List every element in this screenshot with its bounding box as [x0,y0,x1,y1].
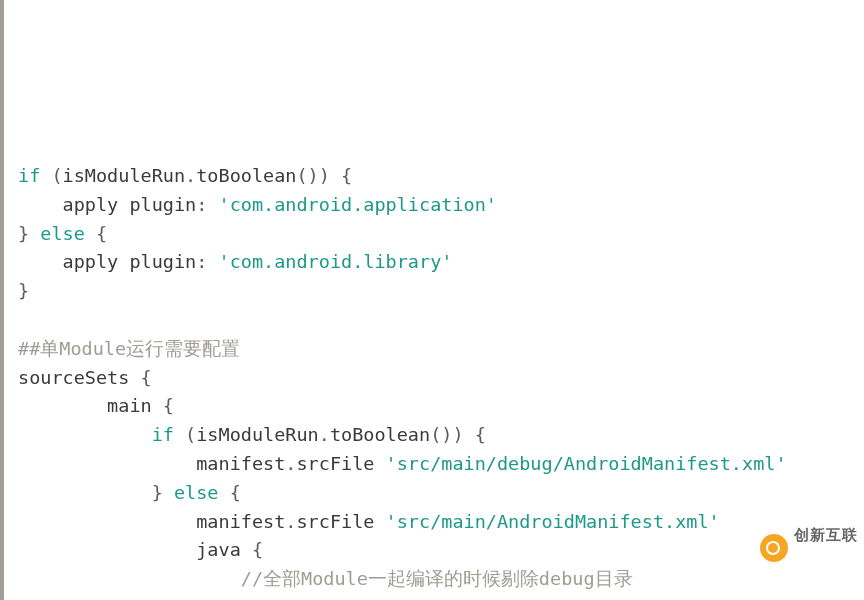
line-11: } else { [18,482,241,503]
brace-open: { [163,395,174,416]
dot: . [285,511,296,532]
identifier: apply [63,194,119,215]
indent [18,424,152,445]
brace-open: { [141,367,152,388]
line-9: if (isModuleRun.toBoolean()) { [18,424,486,445]
space [29,223,40,244]
paren-open: ( [40,165,62,186]
brace-open: ) { [319,165,352,186]
line-12: manifest.srcFile 'src/main/AndroidManife… [18,511,720,532]
brace-open: { [252,539,263,560]
line-8: main { [18,395,174,416]
line-7: sourceSets { [18,367,152,388]
comment: ##单Module运行需要配置 [18,338,240,359]
watermark-logo-icon [760,534,788,562]
identifier: srcFile [296,453,374,474]
identifier: main [107,395,152,416]
identifier: srcFile [296,511,374,532]
brace-open: { [219,482,241,503]
string-literal: 'com.android.application' [219,194,497,215]
watermark: 创新互联 [760,500,858,596]
identifier: isModuleRun [196,424,319,445]
paren-open: ( [174,424,196,445]
identifier: plugin [129,251,196,272]
line-3: } else { [18,223,107,244]
identifier: manifest [196,511,285,532]
keyword-if: if [18,165,40,186]
method-call: toBoolean [330,424,430,445]
space [374,453,385,474]
indent [18,194,63,215]
code-block: if (isModuleRun.toBoolean()) { apply plu… [18,162,846,600]
indent [18,539,196,560]
identifier: apply [63,251,119,272]
colon: : [196,251,218,272]
method-call: toBoolean [196,165,296,186]
brace-open: ) { [452,424,485,445]
line-6: ##单Module运行需要配置 [18,338,240,359]
space [118,194,129,215]
line-5: } [18,280,29,301]
indent [18,251,63,272]
indent [18,568,241,589]
colon: : [196,194,218,215]
identifier: java [196,539,241,560]
identifier: plugin [129,194,196,215]
brace-close: } [18,223,29,244]
space [241,539,252,560]
watermark-title: 创新互联 [794,527,858,544]
indent [18,511,196,532]
brace-close: } [152,482,163,503]
keyword-else: else [40,223,85,244]
dot: . [185,165,196,186]
space [374,511,385,532]
space [152,395,163,416]
indent [18,453,196,474]
string-literal: 'src/main/AndroidManifest.xml' [386,511,720,532]
line-1: if (isModuleRun.toBoolean()) { [18,165,352,186]
identifier: isModuleRun [63,165,186,186]
space [118,251,129,272]
dot: . [285,453,296,474]
indent [18,395,107,416]
keyword-else: else [174,482,219,503]
space [129,367,140,388]
watermark-text: 创新互联 [794,500,858,596]
parens: () [296,165,318,186]
line-13: java { [18,539,263,560]
parens: () [430,424,452,445]
identifier: sourceSets [18,367,129,388]
dot: . [319,424,330,445]
space [163,482,174,503]
identifier: manifest [196,453,285,474]
line-10: manifest.srcFile 'src/main/debug/Android… [18,453,787,474]
indent [18,482,152,503]
string-literal: 'src/main/debug/AndroidManifest.xml' [386,453,787,474]
line-4: apply plugin: 'com.android.library' [18,251,452,272]
brace-open: { [85,223,107,244]
string-literal: 'com.android.library' [219,251,453,272]
keyword-if: if [152,424,174,445]
comment: //全部Module一起编译的时候剔除debug目录 [241,568,633,589]
brace-close: } [18,280,29,301]
line-14: //全部Module一起编译的时候剔除debug目录 [18,568,633,589]
line-2: apply plugin: 'com.android.application' [18,194,497,215]
